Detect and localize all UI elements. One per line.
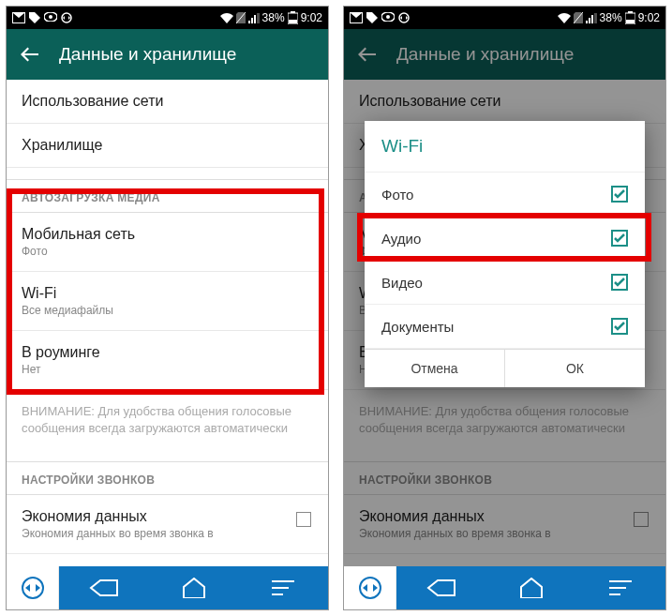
dialog-title: Wi-Fi: [365, 121, 645, 173]
wifi-icon: [220, 13, 233, 23]
dlg-opt-photo[interactable]: Фото: [365, 173, 645, 217]
nav-teamviewer[interactable]: [344, 566, 396, 609]
wifi-dialog: Wi-Fi Фото Аудио Видео Документы Отмена …: [365, 121, 645, 387]
clock: 9:02: [638, 11, 660, 24]
row-mobile[interactable]: Мобильная сеть Фото: [7, 213, 328, 272]
section-autodownload: АВТОЗАГРУЗКА МЕДИА: [7, 179, 328, 213]
economy-checkbox[interactable]: [296, 512, 311, 527]
row-wifi[interactable]: Wi-Fi Все медиафайлы: [7, 272, 328, 331]
svg-rect-5: [289, 20, 297, 23]
signal-icon: [586, 13, 597, 23]
nav-back[interactable]: [59, 566, 149, 609]
checkbox-checked-icon[interactable]: [611, 230, 628, 247]
checkbox-checked-icon[interactable]: [611, 274, 628, 291]
battery-pct: 38%: [262, 11, 285, 24]
eye-icon: [44, 12, 57, 23]
teamviewer-icon: [61, 12, 72, 23]
navbar: [7, 566, 328, 609]
checkbox-checked-icon[interactable]: [611, 186, 628, 203]
battery-icon: [288, 11, 298, 24]
teamviewer-icon: [398, 12, 410, 23]
checkbox-checked-icon[interactable]: [611, 318, 628, 335]
nav-recent[interactable]: [238, 566, 328, 609]
navbar: [344, 566, 665, 609]
svg-point-1: [49, 15, 52, 19]
warning-text: ВНИМАНИЕ: Для удобства общения голосовые…: [7, 390, 328, 450]
battery-icon: [625, 11, 635, 24]
dialog-ok-button[interactable]: ОК: [505, 350, 645, 387]
wifi-icon: [558, 13, 571, 23]
dlg-opt-audio[interactable]: Аудио: [365, 217, 645, 261]
statusbar: 38% 9:02: [7, 7, 328, 29]
row-roaming[interactable]: В роуминге Нет: [7, 331, 328, 390]
nosim-icon: [236, 12, 246, 23]
phone-right: 38% 9:02 Данные и хранилище Использовани…: [343, 6, 666, 610]
battery-pct: 38%: [600, 11, 622, 24]
svg-rect-4: [291, 11, 295, 13]
tag-icon: [29, 12, 40, 23]
section-calls: НАСТРОЙКИ ЗВОНКОВ: [7, 461, 328, 495]
signal-icon: [248, 13, 260, 23]
appbar: Данные и хранилище: [7, 29, 328, 80]
svg-rect-12: [626, 20, 635, 23]
tag-icon: [366, 12, 378, 23]
dialog-cancel-button[interactable]: Отмена: [365, 350, 505, 387]
nav-home[interactable]: [486, 566, 576, 609]
svg-point-8: [386, 15, 390, 19]
nav-home[interactable]: [149, 566, 239, 609]
phone-left: 38% 9:02 Данные и хранилище Использовани…: [6, 6, 329, 610]
nosim-icon: [574, 12, 583, 23]
back-arrow-icon[interactable]: [20, 45, 38, 64]
nav-back[interactable]: [396, 566, 486, 609]
dlg-opt-video[interactable]: Видео: [365, 261, 645, 305]
row-storage[interactable]: Хранилище: [7, 124, 328, 168]
clock: 9:02: [301, 11, 322, 24]
row-economy[interactable]: Экономия данных Экономия данных во время…: [7, 495, 328, 554]
eye-icon: [381, 12, 395, 23]
email-icon: [350, 12, 363, 23]
nav-recent[interactable]: [575, 566, 665, 609]
row-network-usage[interactable]: Использование сети: [7, 80, 328, 124]
settings-list: Использование сети Хранилище АВТОЗАГРУЗК…: [7, 80, 328, 566]
dlg-opt-docs[interactable]: Документы: [365, 305, 645, 349]
statusbar: 38% 9:02: [344, 7, 665, 29]
email-icon: [12, 12, 25, 23]
appbar-title: Данные и хранилище: [59, 44, 236, 65]
svg-rect-11: [628, 11, 633, 13]
nav-teamviewer[interactable]: [7, 566, 59, 609]
